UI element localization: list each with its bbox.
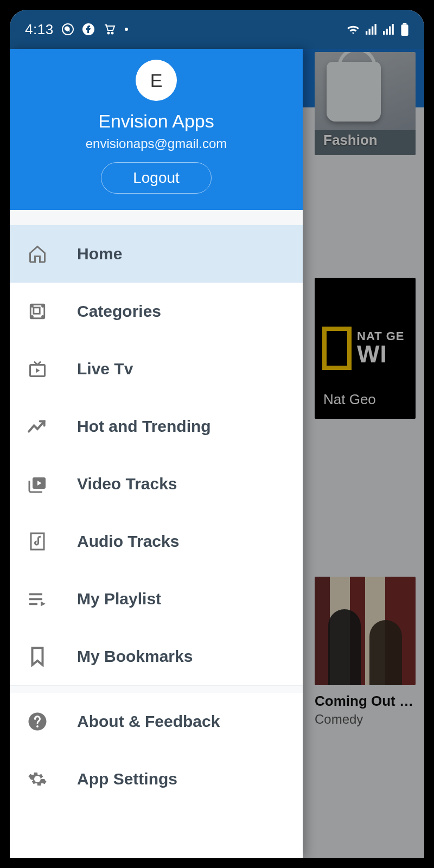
sidebar-item-label: My Playlist (77, 590, 161, 608)
svg-point-20 (31, 316, 33, 318)
battery-icon (400, 23, 409, 36)
drawer-header: E Envision Apps envisionaps@gmail.com Lo… (10, 49, 303, 210)
svg-rect-25 (29, 593, 42, 596)
svg-point-29 (36, 725, 39, 727)
sidebar-item-label: Hot and Trending (77, 417, 211, 436)
audio-icon (27, 531, 48, 552)
sidebar-item-label: App Settings (77, 770, 177, 788)
livetv-icon (27, 359, 48, 379)
svg-rect-12 (392, 24, 394, 35)
svg-rect-8 (375, 24, 376, 35)
sidebar-item-label: About & Feedback (77, 712, 220, 731)
sidebar-item-label: My Bookmarks (77, 647, 193, 666)
video-icon (27, 474, 48, 494)
sidebar-item-settings[interactable]: App Settings (10, 750, 303, 808)
sidebar-item-categories[interactable]: Categories (10, 283, 303, 340)
svg-point-19 (42, 305, 44, 307)
logout-button[interactable]: Logout (101, 162, 212, 194)
dot-icon (124, 27, 129, 31)
svg-point-3 (111, 33, 113, 34)
svg-rect-11 (389, 27, 391, 35)
avatar[interactable]: E (136, 60, 177, 101)
sidebar-item-audio[interactable]: Audio Tracks (10, 513, 303, 570)
signal-icon (366, 24, 378, 35)
signal-icon (383, 24, 395, 35)
svg-point-2 (107, 33, 109, 34)
settings-icon (27, 769, 48, 789)
svg-rect-13 (403, 23, 407, 24)
playlist-icon (27, 589, 48, 609)
sidebar-item-label: Audio Tracks (77, 532, 179, 551)
svg-rect-6 (369, 29, 371, 35)
svg-rect-9 (383, 31, 385, 35)
svg-rect-5 (366, 31, 367, 35)
sidebar-item-about[interactable]: About & Feedback (10, 693, 303, 750)
svg-rect-7 (372, 27, 373, 35)
facebook-icon (82, 23, 95, 36)
sidebar-item-video[interactable]: Video Tracks (10, 455, 303, 513)
svg-rect-10 (386, 29, 388, 35)
user-email: envisionaps@gmail.com (18, 136, 294, 151)
sidebar-item-label: Live Tv (77, 360, 133, 378)
status-bar: 4:13 (10, 10, 424, 49)
sidebar-item-label: Categories (77, 302, 161, 321)
svg-point-4 (125, 28, 128, 31)
user-name: Envision Apps (18, 111, 294, 132)
svg-rect-27 (29, 603, 37, 605)
cart-icon (103, 23, 117, 36)
svg-point-21 (42, 316, 44, 318)
bookmark-icon (27, 646, 48, 667)
sidebar-item-playlist[interactable]: My Playlist (10, 570, 303, 628)
svg-rect-17 (34, 308, 40, 314)
trending-icon (27, 416, 48, 437)
status-time: 4:13 (25, 21, 54, 38)
home-icon (27, 244, 48, 264)
sidebar-item-label: Home (77, 245, 122, 263)
help-icon (27, 711, 48, 732)
sidebar-item-home[interactable]: Home (10, 225, 303, 283)
sidebar-item-hot[interactable]: Hot and Trending (10, 398, 303, 455)
navigation-drawer: E Envision Apps envisionaps@gmail.com Lo… (10, 49, 303, 858)
sidebar-item-label: Video Tracks (77, 475, 177, 493)
svg-point-18 (31, 305, 33, 307)
categories-icon (27, 301, 48, 322)
wifi-icon (346, 23, 360, 35)
svg-rect-26 (29, 598, 42, 601)
sidebar-item-bookmarks[interactable]: My Bookmarks (10, 628, 303, 685)
sidebar-item-livetv[interactable]: Live Tv (10, 340, 303, 398)
whatsapp-icon (61, 23, 74, 36)
svg-rect-14 (401, 24, 408, 36)
